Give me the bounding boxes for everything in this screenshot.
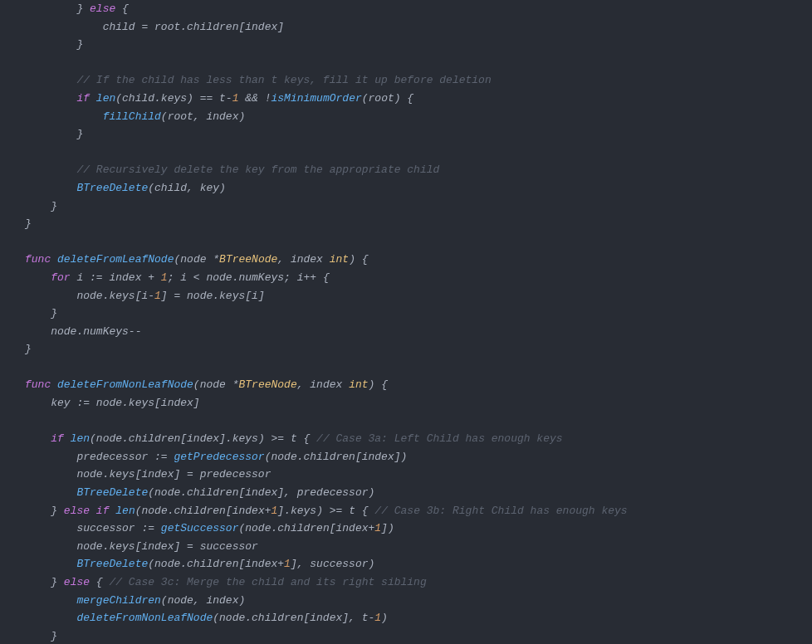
code-token: node *	[180, 253, 219, 266]
code-token: }	[51, 307, 57, 320]
code-token	[90, 92, 96, 105]
code-token: ].keys) >= t {	[277, 505, 374, 517]
code-token: BTreeDelete	[76, 558, 148, 570]
code-token: BTreeNode	[238, 378, 296, 391]
code-token: 1	[374, 612, 381, 624]
code-token: len	[71, 432, 90, 445]
code-token: }	[76, 128, 83, 140]
code-token: )	[349, 253, 355, 266]
code-token: }	[51, 505, 64, 517]
code-token: mergeChildren	[76, 594, 160, 607]
code-editor[interactable]: } else { child = root.children[index] } …	[0, 0, 812, 644]
code-token: (node.children[index])	[265, 451, 408, 463]
code-token: , index	[277, 253, 329, 266]
code-token: ] = node.keys[i]	[161, 290, 265, 302]
code-token: int	[330, 253, 349, 266]
code-token: if	[76, 92, 90, 105]
code-token: }	[76, 38, 83, 51]
code-token: }	[51, 630, 57, 642]
code-token	[51, 253, 57, 266]
code-token: int	[349, 378, 368, 391]
code-token: node *	[200, 378, 239, 391]
code-token: BTreeNode	[219, 253, 277, 266]
code-token: if	[96, 505, 110, 517]
code-token: )	[381, 612, 388, 624]
code-token: {	[90, 576, 109, 588]
code-token: node.numKeys--	[51, 325, 141, 338]
code-token: BTreeDelete	[76, 486, 148, 499]
code-token: // Case 3b: Right Child has enough keys	[374, 505, 627, 517]
code-token: predecessor :=	[76, 451, 174, 463]
code-token: {	[374, 378, 388, 391]
code-token: (node.children[index], predecessor)	[148, 486, 374, 499]
code-token: deleteFromLeafNode	[57, 253, 174, 266]
code-token	[90, 505, 96, 517]
code-token: deleteFromNonLeafNode	[76, 612, 213, 624]
code-token	[64, 432, 71, 445]
code-token: 1	[161, 271, 168, 284]
code-token: node.keys[index] = successor	[76, 540, 257, 553]
code-token	[83, 2, 90, 15]
code-token: fillChild	[103, 110, 161, 123]
code-token: func	[25, 253, 51, 266]
code-token: (node, index)	[161, 594, 245, 607]
code-token: (root) {	[362, 92, 413, 105]
code-token: deleteFromNonLeafNode	[57, 378, 193, 391]
code-token: (node.children[index].keys) >= t {	[90, 432, 316, 445]
code-token: node.keys[i-	[76, 290, 154, 302]
code-token: i := index +	[71, 271, 161, 284]
code-token: successor :=	[76, 522, 160, 534]
code-token: (	[193, 378, 200, 391]
code-token: if	[51, 432, 64, 445]
code-token: node.keys[index] = predecessor	[76, 468, 271, 481]
code-token: for	[51, 271, 70, 284]
code-token: }	[51, 576, 64, 588]
code-token: // Recursively delete the key from the a…	[76, 163, 439, 176]
code-token: len	[96, 92, 115, 105]
code-token: && !	[239, 92, 271, 105]
code-token: 1	[374, 522, 381, 534]
code-token: getPredecessor	[174, 451, 264, 463]
code-token: BTreeDelete	[76, 182, 148, 194]
code-token: ], successor)	[291, 558, 374, 570]
code-token: key := node.keys[index]	[51, 397, 199, 409]
code-token: ; i < node.numKeys; i++ {	[168, 271, 330, 284]
code-token: {	[115, 2, 129, 15]
code-token: else	[64, 505, 90, 517]
code-token: 1	[232, 92, 239, 105]
code-token: }	[51, 200, 57, 212]
code-token: (node.children[index], t-	[213, 612, 374, 624]
code-token: else	[64, 576, 90, 588]
code-token: (child, key)	[148, 182, 226, 194]
code-token: {	[355, 253, 369, 266]
code-token: func	[25, 378, 51, 391]
code-token: ])	[381, 522, 394, 534]
code-token: (root, index)	[161, 110, 245, 123]
code-token: (node.children[index+	[148, 558, 284, 570]
code-token: len	[115, 505, 135, 517]
code-token: // Case 3c: Merge the child and its righ…	[109, 576, 426, 588]
code-token: child = root.children[index]	[103, 21, 284, 33]
code-token: // If the child has less than t keys, fi…	[76, 74, 491, 86]
code-token: 1	[154, 290, 161, 302]
code-token: 1	[284, 558, 291, 570]
code-token	[51, 378, 57, 391]
code-token: (child.keys) == t-	[115, 92, 232, 105]
code-token: else	[90, 2, 115, 15]
code-token: getSuccessor	[161, 522, 239, 534]
code-token: }	[25, 343, 32, 355]
code-token: (node.children[index+	[135, 505, 271, 517]
code-token: }	[25, 217, 32, 230]
code-token: // Case 3a: Left Child has enough keys	[316, 432, 562, 445]
code-token: , index	[297, 378, 349, 391]
code-token: isMinimumOrder	[271, 92, 362, 105]
code-token: (node.children[index+	[238, 522, 374, 534]
